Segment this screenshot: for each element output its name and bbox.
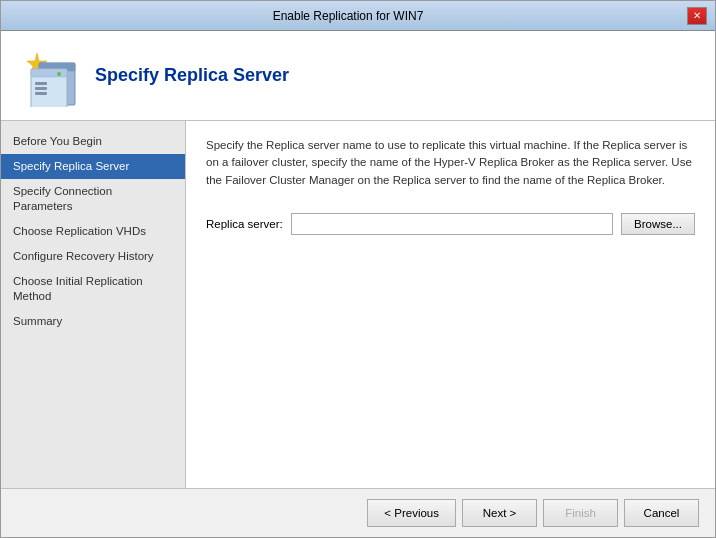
title-bar-controls: ✕	[687, 7, 707, 25]
sidebar-item-configure-recovery-history[interactable]: Configure Recovery History	[1, 244, 185, 269]
svg-rect-4	[31, 69, 67, 77]
window-title: Enable Replication for WIN7	[9, 9, 687, 23]
finish-button[interactable]: Finish	[543, 499, 618, 527]
header-server-icon	[17, 45, 79, 107]
svg-point-8	[57, 72, 61, 76]
svg-rect-7	[35, 92, 47, 95]
sidebar: Before You Begin Specify Replica Server …	[1, 121, 186, 488]
description-text: Specify the Replica server name to use t…	[206, 137, 695, 189]
cancel-button[interactable]: Cancel	[624, 499, 699, 527]
footer: < Previous Next > Finish Cancel	[1, 488, 715, 537]
header-icon	[17, 45, 79, 107]
sidebar-item-summary[interactable]: Summary	[1, 309, 185, 334]
svg-rect-6	[35, 87, 47, 90]
replica-server-label: Replica server:	[206, 218, 283, 230]
svg-rect-5	[35, 82, 47, 85]
replica-server-input[interactable]	[291, 213, 613, 235]
header: Specify Replica Server	[1, 31, 715, 121]
content-area: Specify the Replica server name to use t…	[186, 121, 715, 488]
title-bar: Enable Replication for WIN7 ✕	[1, 1, 715, 31]
sidebar-item-choose-initial-replication-method[interactable]: Choose Initial Replication Method	[1, 269, 185, 309]
close-button[interactable]: ✕	[687, 7, 707, 25]
page-title: Specify Replica Server	[95, 65, 289, 86]
main-window: Enable Replication for WIN7 ✕	[0, 0, 716, 538]
sidebar-item-choose-replication-vhds[interactable]: Choose Replication VHDs	[1, 219, 185, 244]
previous-button[interactable]: < Previous	[367, 499, 456, 527]
browse-button[interactable]: Browse...	[621, 213, 695, 235]
replica-server-row: Replica server: Browse...	[206, 213, 695, 235]
sidebar-item-specify-connection-parameters[interactable]: Specify Connection Parameters	[1, 179, 185, 219]
sidebar-item-before-you-begin[interactable]: Before You Begin	[1, 129, 185, 154]
next-button[interactable]: Next >	[462, 499, 537, 527]
main-content: Before You Begin Specify Replica Server …	[1, 121, 715, 488]
sidebar-item-specify-replica-server[interactable]: Specify Replica Server	[1, 154, 185, 179]
